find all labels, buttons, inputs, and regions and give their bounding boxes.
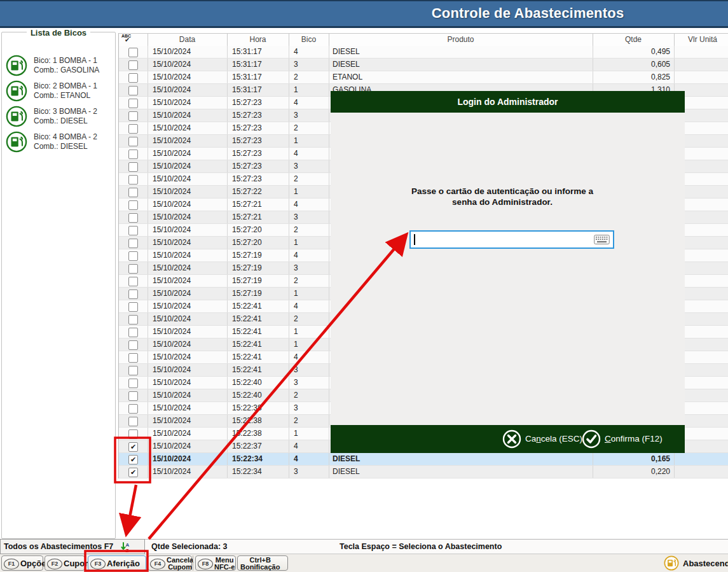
cell-hora: 15:27:20 <box>227 224 289 237</box>
column-header-select[interactable]: ABC ✔ <box>119 34 148 46</box>
cancela-cupom-button[interactable]: F4CancelaCupom <box>148 555 192 571</box>
row-checkbox[interactable] <box>128 239 138 248</box>
cell-vlr-unitario <box>674 59 728 71</box>
cell-qtde: 0,605 <box>593 59 675 71</box>
selected-quantity: Qtde Selecionada: 3 <box>151 542 228 551</box>
table-row[interactable]: 15/10/202415:31:172ETANOL0,825 <box>119 71 728 84</box>
admin-password-input[interactable] <box>416 233 590 246</box>
confirm-button[interactable]: Confirma (F12) <box>582 429 683 449</box>
row-select-cell <box>119 186 148 199</box>
row-checkbox[interactable] <box>128 417 138 426</box>
row-checkbox[interactable] <box>128 150 138 159</box>
table-row[interactable]: ✔15/10/202415:22:344DIESEL0,165 <box>119 453 728 466</box>
row-select-cell <box>119 389 148 402</box>
cell-hora: 15:22:40 <box>227 377 289 389</box>
row-checkbox[interactable]: ✔ <box>128 468 138 477</box>
cell-data: 15/10/2024 <box>148 249 228 262</box>
nozzle-list-item[interactable]: Bico: 3 BOMBA - 2Comb.: DIESEL <box>4 105 111 130</box>
row-checkbox[interactable] <box>128 60 138 70</box>
cell-hora: 15:27:23 <box>227 97 289 109</box>
row-checkbox[interactable] <box>128 99 138 108</box>
cell-hora: 15:27:19 <box>227 288 289 300</box>
cell-data: 15/10/2024 <box>148 84 228 97</box>
row-select-cell <box>119 122 148 135</box>
function-key-badge: F4 <box>150 559 165 569</box>
cancel-label: Cancela (ESC) <box>525 434 582 443</box>
row-checkbox[interactable] <box>128 200 138 210</box>
row-checkbox[interactable] <box>128 328 138 337</box>
bonificacao-button[interactable]: Ctrl+BBonificação <box>237 555 288 571</box>
row-checkbox[interactable] <box>128 86 138 95</box>
cell-bico: 2 <box>289 224 329 237</box>
cell-bico: 1 <box>289 288 329 300</box>
row-checkbox[interactable] <box>128 277 138 286</box>
row-checkbox[interactable] <box>128 366 138 375</box>
row-select-cell <box>119 211 148 224</box>
row-checkbox[interactable] <box>128 302 138 312</box>
cell-hora: 15:27:23 <box>227 160 289 173</box>
keyboard-icon[interactable] <box>594 235 610 244</box>
row-checkbox[interactable] <box>128 162 138 172</box>
row-select-cell <box>119 415 148 428</box>
column-header-qtde[interactable]: Qtde <box>593 34 675 46</box>
afericao-button[interactable]: F3Aferição <box>88 555 146 571</box>
cell-hora: 15:22:40 <box>227 389 289 402</box>
table-row[interactable]: 15/10/202415:31:174DIESEL0,495 <box>119 46 728 59</box>
row-select-cell <box>119 351 148 364</box>
column-header-data[interactable]: Data <box>148 34 228 46</box>
cell-data: 15/10/2024 <box>148 135 228 148</box>
confirm-label: Confirma (F12) <box>605 434 663 443</box>
row-checkbox[interactable] <box>128 251 138 261</box>
row-checkbox[interactable] <box>128 289 138 299</box>
row-checkbox[interactable] <box>128 340 138 350</box>
menu-nfce-button[interactable]: F8MenuNFC-e <box>195 555 236 571</box>
cell-produto: ETANOL <box>329 71 593 84</box>
row-checkbox[interactable] <box>128 379 138 388</box>
row-checkbox[interactable] <box>128 48 138 57</box>
row-checkbox[interactable]: ✔ <box>128 455 138 464</box>
cell-bico: 3 <box>289 377 329 389</box>
table-header-row: ABC ✔ Data Hora Bico Produto Qtde Vlr Un… <box>119 33 728 47</box>
nozzle-list-item[interactable]: Bico: 1 BOMBA - 1Comb.: GASOLINA <box>4 54 111 80</box>
cupom-button[interactable]: F2Cupom <box>45 555 85 571</box>
row-checkbox[interactable] <box>128 111 138 121</box>
row-checkbox[interactable] <box>128 137 138 146</box>
all-supplies-button[interactable]: Todos os Abastecimentos F7 A Z <box>0 539 145 554</box>
table-row[interactable]: ✔15/10/202415:22:343DIESEL0,220 <box>119 466 728 478</box>
column-header-produto[interactable]: Produto <box>329 34 593 46</box>
row-checkbox[interactable] <box>128 213 138 223</box>
cell-data: 15/10/2024 <box>148 59 228 71</box>
row-checkbox[interactable] <box>128 429 138 439</box>
nozzle-list-item[interactable]: Bico: 4 BOMBA - 2Comb.: DIESEL <box>4 130 111 156</box>
spacebar-hint: Tecla Espaço = Seleciona o Abastecimento <box>340 542 502 551</box>
row-checkbox[interactable] <box>128 264 138 274</box>
row-checkbox[interactable] <box>128 353 138 363</box>
cell-qtde: 0,220 <box>593 466 675 478</box>
fuel-pump-gold-icon <box>664 555 679 571</box>
row-checkbox[interactable] <box>128 391 138 401</box>
row-checkbox[interactable] <box>128 73 138 83</box>
cell-hora: 15:22:41 <box>227 364 289 377</box>
cell-data: 15/10/2024 <box>148 288 228 300</box>
row-checkbox[interactable] <box>128 315 138 324</box>
row-checkbox[interactable] <box>128 188 138 197</box>
opcoes-button[interactable]: F1Opções <box>1 555 43 571</box>
column-header-hora[interactable]: Hora <box>227 34 289 46</box>
column-header-bico[interactable]: Bico <box>289 34 329 46</box>
cell-hora: 15:27:22 <box>227 186 289 199</box>
nozzle-list-item[interactable]: Bico: 2 BOMBA - 1Comb.: ETANOL <box>4 80 111 105</box>
cell-hora: 15:22:41 <box>227 300 289 313</box>
cell-data: 15/10/2024 <box>148 46 228 59</box>
cell-hora: 15:22:41 <box>227 313 289 326</box>
column-header-vlr-unitario[interactable]: Vlr Unitá <box>674 34 728 46</box>
row-checkbox[interactable] <box>128 124 138 134</box>
cell-qtde: 0,165 <box>593 453 675 466</box>
toolbar-separator <box>193 555 193 571</box>
row-checkbox[interactable] <box>128 404 138 414</box>
row-checkbox[interactable] <box>128 175 138 185</box>
cell-bico: 3 <box>289 160 329 173</box>
row-checkbox[interactable]: ✔ <box>128 442 138 452</box>
row-checkbox[interactable] <box>128 226 138 235</box>
table-row[interactable]: 15/10/202415:31:173DIESEL0,605 <box>119 59 728 71</box>
dialog-header: Login do Administrador <box>331 91 685 113</box>
